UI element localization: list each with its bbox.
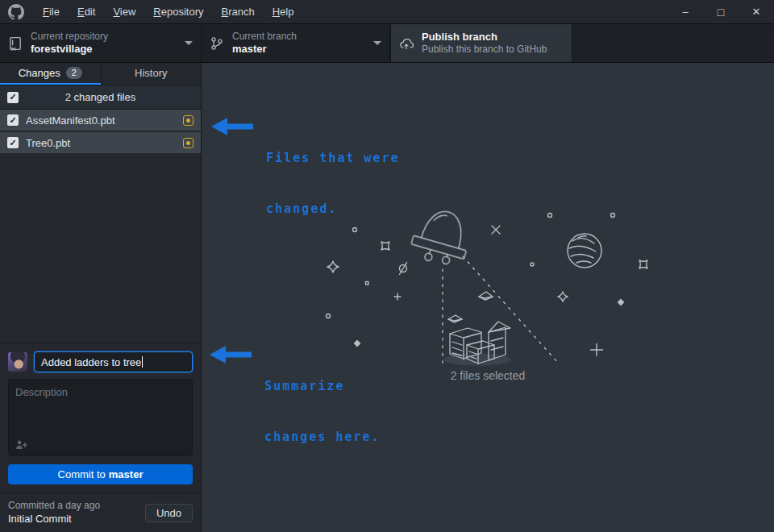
text-caret [142,356,143,368]
toolbar: Current repository forestvillage Current… [0,24,774,63]
sparkle-icon [327,261,339,272]
current-branch-value: master [232,43,297,56]
tab-changes-label: Changes [19,67,60,79]
planet-icon [568,234,601,268]
file-list-empty-space [0,155,201,343]
commit-summary-input[interactable]: Added ladders to tree [34,351,193,372]
menu-edit[interactable]: Edit [69,0,104,23]
commit-button-prefix: Commit to [58,468,106,480]
file-name: Tree0.pbt [26,137,176,149]
left-arrow-icon [210,116,255,137]
close-icon[interactable]: ✕ [739,0,774,23]
file-name: AssetManifest0.pbt [26,114,176,127]
commit-button[interactable]: Commit to master [8,464,193,484]
planet-slash-icon [400,263,407,275]
files-selected-caption: 2 files selected [431,369,544,382]
sidebar: Changes 2 History 2 changed files ✓ ✓ As… [0,63,202,532]
menu-file[interactable]: File [34,0,69,23]
sparkle-icon [558,292,568,301]
paper-scrap [479,292,493,300]
star-circle [548,214,552,218]
last-commit-meta: Committed a day ago [8,499,100,512]
select-all-checkbox[interactable]: ✓ [7,92,19,103]
star-circle [531,263,534,266]
annotation-line: changes here. [264,429,380,446]
ufo-icon [408,205,475,270]
user-avatar [8,352,27,372]
description-placeholder: Description [15,386,68,398]
window-controls: – □ ✕ [668,0,774,23]
annotation-line: Files that were [266,150,399,167]
menu-branch[interactable]: Branch [212,0,263,23]
publish-branch-title: Publish branch [422,31,547,44]
undo-button[interactable]: Undo [145,504,193,522]
file-checkbox[interactable]: ✓ [7,114,19,126]
current-branch-dropdown[interactable]: Current branch master [202,24,390,62]
tab-history[interactable]: History [101,63,202,85]
current-repository-dropdown[interactable]: Current repository forestvillage [0,24,202,62]
beam-dashed-line [463,256,558,363]
paper-scrap [448,315,462,322]
annotation-files-changed: Files that were changed. [210,116,399,251]
git-branch-icon [210,36,224,51]
square-dot-icon [366,282,369,285]
commit-description-textarea[interactable]: Description [8,379,193,456]
tab-changes[interactable]: Changes 2 [0,63,101,85]
add-coauthor-icon[interactable] [15,439,27,450]
maximize-icon[interactable]: □ [703,0,739,23]
changes-count-badge: 2 [66,67,82,79]
github-desktop-window: File Edit View Repository Branch Help – … [0,0,774,532]
tab-history-label: History [135,67,167,79]
repo-icon [8,36,23,51]
last-commit-bar: Committed a day ago Initial Commit Undo [0,493,201,532]
last-commit-message: Initial Commit [8,512,100,526]
file-row[interactable]: ✓ AssetManifest0.pbt [0,110,201,132]
current-repository-label: Current repository [31,31,108,43]
chevron-down-icon [373,41,381,45]
main-content: 2 files selected Files that were changed… [202,63,774,532]
menu-repository[interactable]: Repository [144,0,212,23]
menu-view[interactable]: View [104,0,144,23]
current-repository-value: forestvillage [31,43,108,56]
github-logo-icon [8,4,24,20]
commit-summary-value: Added ladders to tree [41,356,141,368]
left-arrow-icon [208,344,253,365]
star-circle [327,314,331,318]
changed-files-header: 2 changed files ✓ [0,85,201,110]
chevron-down-icon [185,41,193,45]
menu-help[interactable]: Help [264,0,303,23]
diamond-icon [618,300,624,305]
cloud-upload-icon [399,36,414,51]
annotation-line: changed. [266,201,399,218]
modified-status-icon [183,115,194,126]
annotation-line: Summarize [264,378,380,395]
commit-button-branch: master [109,468,144,480]
plus-icon [591,344,603,356]
changed-files-count: 2 changed files [0,91,201,103]
publish-branch-button[interactable]: Publish branch Publish this branch to Gi… [390,24,572,62]
modified-status-icon [183,138,194,148]
current-branch-label: Current branch [232,31,297,43]
star-circle [611,214,615,218]
pillow-star-icon [639,260,647,268]
annotation-summarize: Summarize changes here. [208,344,380,480]
menu-bar: File Edit View Repository Branch Help [34,0,302,23]
minimize-icon[interactable]: – [668,0,703,23]
sidebar-tabs: Changes 2 History [0,63,201,85]
commit-form: Added ladders to tree Description Commit [0,343,201,493]
file-row[interactable]: ✓ Tree0.pbt [0,132,201,155]
file-checkbox[interactable]: ✓ [7,137,19,148]
titlebar: File Edit View Repository Branch Help – … [0,0,774,24]
x-mark-icon [492,226,500,234]
publish-branch-subtitle: Publish this branch to GitHub [422,44,547,56]
plus-icon [394,293,401,300]
